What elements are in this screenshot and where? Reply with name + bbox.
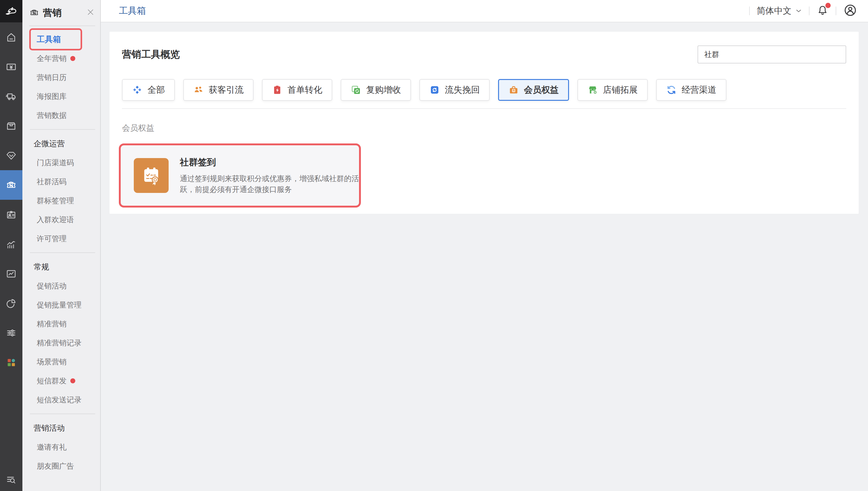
coupon-icon: [29, 8, 39, 18]
tab-category-5[interactable]: v会员权益: [498, 79, 569, 101]
tools-overview-card: 营销工具概览 全部获客引流首单转化复购增收流失挽回v会员权益店铺拓展经营渠道 会…: [110, 32, 859, 214]
sidebar-item-label: 场景营销: [37, 357, 67, 367]
red-dot-badge: [70, 378, 75, 383]
sidebar-item[interactable]: 入群欢迎语: [22, 210, 100, 229]
truck-icon[interactable]: [0, 82, 22, 111]
tab-label: 首单转化: [288, 84, 322, 96]
sidebar-item-label: 群标签管理: [37, 196, 74, 206]
search-input[interactable]: [697, 46, 846, 63]
rail-list: [0, 22, 22, 377]
tab-category-4[interactable]: 流失挽回: [419, 79, 490, 101]
pie-chart-icon[interactable]: [0, 288, 22, 318]
sidebar-item-label: 全年营销: [37, 54, 67, 63]
section-label: 会员权益: [122, 123, 846, 134]
tool-description: 通过签到规则来获取积分或优惠券，增强私域社群的活跃，前提必须有开通企微接口服务: [180, 173, 360, 195]
tab-category-6[interactable]: 店铺拓展: [577, 79, 648, 101]
banknote-icon[interactable]: [0, 52, 22, 82]
sidebar-section-title: 企微运营: [22, 134, 100, 153]
tab-all[interactable]: 全部: [122, 79, 175, 101]
brand-wolf-logo[interactable]: [0, 0, 22, 22]
tab-label: 经营渠道: [682, 84, 717, 96]
photo-chart-icon[interactable]: [0, 259, 22, 288]
coupon-icon[interactable]: [0, 170, 22, 200]
sidebar-item-label: 入群欢迎语: [37, 215, 74, 225]
sidebar-item-label: 营销数据: [37, 111, 67, 120]
tab-category-7[interactable]: 经营渠道: [656, 79, 726, 101]
repeat-purchase-icon: [351, 85, 361, 95]
sidebar-item-label: 营销活动: [34, 423, 65, 433]
chevron-down-icon: [795, 7, 802, 14]
card-heading: 营销工具概览: [122, 48, 180, 61]
people-icon: [193, 85, 204, 95]
sidebar-item-label: 海报图库: [37, 91, 67, 102]
tab-label: 会员权益: [524, 84, 559, 96]
sidebar-group-divider: [22, 125, 100, 134]
card-header: 营销工具概览: [122, 32, 846, 63]
sidebar-item-label: 许可管理: [37, 234, 67, 243]
community-checkin-tool-card[interactable]: 社群签到 通过签到规则来获取积分或优惠券，增强私域社群的活跃，前提必须有开通企微…: [119, 143, 361, 207]
main-area: 工具箱 简体中文 营销工具概览 全部获客引流首单转化复购增收流失挽回v会员权益店…: [101, 0, 868, 491]
home-icon[interactable]: [0, 22, 22, 52]
sidebar-item-label: 营销日历: [37, 73, 67, 83]
sidebar-item-label: 促销活动: [37, 281, 67, 291]
sidebar-item[interactable]: 全年营销: [22, 49, 100, 68]
channels-icon: [666, 85, 677, 95]
sidebar-item-label: 常规: [34, 262, 49, 272]
sidebar-item[interactable]: 精准营销: [22, 314, 100, 333]
sidebar-item-label: 门店渠道码: [37, 158, 74, 168]
svg-text:v: v: [513, 89, 515, 92]
sidebar-item[interactable]: 场景营销: [22, 352, 100, 371]
sidebar-group-divider: [22, 409, 100, 418]
clipboard-bolt-icon: [272, 85, 282, 95]
close-icon[interactable]: [87, 8, 95, 18]
sidebar-item[interactable]: 朋友圈广告: [22, 457, 100, 475]
topbar-divider: [809, 6, 809, 15]
notification-dot: [826, 3, 831, 8]
sidebar-item-label: 工具箱: [37, 34, 61, 45]
sidebar-item-label: 短信发送记录: [37, 395, 82, 405]
sidebar-item[interactable]: 邀请有礼: [22, 437, 100, 457]
sidebar-item[interactable]: 促销活动: [22, 276, 100, 295]
sidebar-item[interactable]: 营销数据: [22, 106, 100, 125]
sidebar-item[interactable]: 短信发送记录: [22, 390, 100, 409]
sidebar-item-label: 促销批量管理: [37, 300, 82, 310]
topbar-divider: [836, 6, 836, 15]
sidebar-item[interactable]: 精准营销记录: [22, 333, 100, 352]
churn-recover-icon: [429, 85, 440, 95]
notification-bell-icon[interactable]: [816, 4, 829, 18]
sidebar-item[interactable]: 海报图库: [22, 87, 100, 106]
sidebar-item-label: 短信群发: [37, 376, 67, 386]
category-tabs: 全部获客引流首单转化复购增收流失挽回v会员权益店铺拓展经营渠道: [122, 79, 846, 101]
sidebar-item[interactable]: 门店渠道码: [22, 153, 100, 172]
tab-category-3[interactable]: 复购增收: [341, 79, 411, 101]
sidebar-section-title: 营销活动: [22, 418, 100, 437]
package-icon[interactable]: [0, 111, 22, 141]
tabs-divider: [122, 108, 846, 109]
tab-category-1[interactable]: 获客引流: [183, 79, 253, 101]
id-card-icon[interactable]: [0, 200, 22, 229]
sliders-icon[interactable]: [0, 318, 22, 348]
sidebar-item[interactable]: 促销批量管理: [22, 295, 100, 314]
trend-chart-icon[interactable]: [0, 229, 22, 259]
sidebar-item[interactable]: 营销日历: [22, 68, 100, 87]
app-grid-icon[interactable]: [0, 348, 22, 377]
sidebar-item[interactable]: 工具箱: [22, 30, 100, 49]
sidebar-item[interactable]: 许可管理: [22, 229, 100, 248]
user-avatar-icon[interactable]: [843, 3, 858, 19]
sidebar-item-label: 邀请有礼: [37, 442, 67, 452]
sidebar-item[interactable]: 群标签管理: [22, 191, 100, 210]
wolf-logo-icon: [4, 4, 18, 18]
gem-icon[interactable]: [0, 141, 22, 170]
language-selector[interactable]: 简体中文: [757, 5, 802, 17]
sidebar-item-label: 朋友圈广告: [37, 461, 74, 471]
red-dot-badge: [70, 56, 75, 61]
tab-label: 获客引流: [209, 84, 244, 96]
search-list-icon[interactable]: [0, 469, 22, 491]
tab-label: 全部: [147, 84, 165, 96]
tab-category-2[interactable]: 首单转化: [262, 79, 332, 101]
checkin-calendar-icon: [134, 158, 169, 193]
tool-text: 社群签到 通过签到规则来获取积分或优惠券，增强私域社群的活跃，前提必须有开通企微…: [180, 156, 360, 195]
sidebar-item[interactable]: 短信群发: [22, 371, 100, 390]
sidebar-item[interactable]: 社群活码: [22, 172, 100, 191]
icon-rail: [0, 0, 22, 491]
